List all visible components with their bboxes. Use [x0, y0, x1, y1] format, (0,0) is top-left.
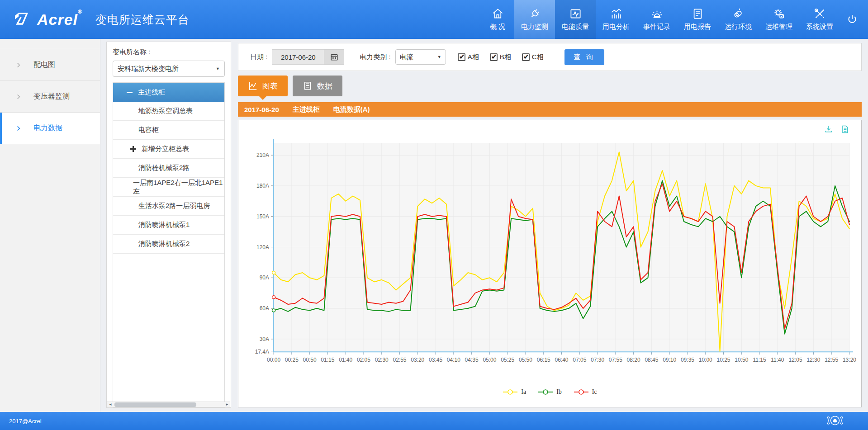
tab-chart[interactable]: 图表 [238, 76, 288, 96]
main: 配电图 变压器监测 电力数据 变电所名称 : 安科瑞新大楼变电所 [0, 39, 868, 412]
svg-text:05:00: 05:00 [483, 357, 496, 363]
svg-text:17.4A: 17.4A [255, 349, 269, 355]
banner-date: 2017-06-20 [244, 106, 279, 113]
svg-text:00:50: 00:50 [303, 357, 317, 363]
legend-item-Ic[interactable]: Ic [574, 388, 597, 396]
nav-usage-report[interactable]: 用电报告 [677, 0, 718, 39]
environment-icon [732, 8, 745, 20]
gear-icon [773, 8, 785, 20]
svg-text:90A: 90A [260, 274, 269, 281]
tree-item[interactable]: 一层南1APE2右一层北1APE1左 [113, 178, 224, 197]
power-icon [846, 14, 858, 25]
svg-text:08:20: 08:20 [627, 357, 640, 363]
chevron-right-icon [15, 125, 22, 132]
nav-label: 事件记录 [643, 23, 670, 31]
nav-overview[interactable]: 概 况 [481, 0, 514, 39]
svg-text:12:55: 12:55 [825, 357, 838, 363]
tree-item-main-incoming-cabinet[interactable]: 主进线柜 [113, 83, 224, 102]
svg-text:11:15: 11:15 [753, 357, 766, 363]
home-icon [492, 8, 504, 20]
tree-item[interactable]: 消防喷淋机械泵1 [113, 216, 224, 235]
svg-text:180A: 180A [256, 183, 269, 189]
chart-card: 00:0000:2500:5001:1501:4002:0502:3002:55… [238, 120, 862, 407]
tree-item[interactable]: 电容柜 [113, 121, 224, 140]
phase-c-checkbox[interactable]: C相 [522, 53, 544, 61]
nav-power-monitoring[interactable]: 电力监测 [514, 0, 555, 39]
nav-power-quality[interactable]: 电能质量 [555, 0, 596, 39]
phase-a-checkbox[interactable]: A相 [458, 53, 479, 61]
svg-text:60A: 60A [260, 305, 269, 312]
tree-item[interactable]: 消防喷淋机械泵2 [113, 235, 224, 254]
svg-text:08:45: 08:45 [645, 357, 658, 363]
sidebar-item-distribution-diagram[interactable]: 配电图 [0, 49, 100, 81]
station-select[interactable]: 安科瑞新大楼变电所 ▼ [113, 61, 225, 77]
nav-environment[interactable]: 运行环境 [718, 0, 759, 39]
sidebar-item-power-data[interactable]: 电力数据 [0, 113, 100, 144]
nav-system-settings[interactable]: 系统设置 [799, 0, 840, 39]
svg-text:13:20: 13:20 [843, 357, 856, 363]
sidebar: 配电图 变压器监测 电力数据 [0, 39, 100, 412]
query-toolbar: 日期 : 2017-06-20 电力类别 : 电流 ▼ [238, 43, 862, 71]
nav-label: 用电报告 [684, 23, 711, 31]
legend-item-Ia[interactable]: Ia [503, 388, 526, 396]
scroll-left-button[interactable]: ◄ [107, 402, 114, 407]
date-input[interactable]: 2017-06-20 [272, 49, 324, 65]
query-button[interactable]: 查 询 [564, 49, 604, 65]
svg-text:00:25: 00:25 [285, 357, 299, 363]
tree-item-label: 生活水泵2路一层弱电房 [138, 202, 210, 210]
sidebar-item-label: 变压器监测 [33, 92, 70, 101]
phase-b-checkbox[interactable]: B相 [490, 53, 511, 61]
legend-marker-icon [574, 389, 589, 395]
svg-text:07:05: 07:05 [573, 357, 586, 363]
sidebar-item-transformer-monitoring[interactable]: 变压器监测 [0, 81, 100, 113]
svg-text:210A: 210A [256, 152, 269, 158]
tree-item[interactable]: 地源热泵空调总表 [113, 102, 224, 121]
app-title: 变电所运维云平台 [95, 12, 190, 27]
scrollbar-thumb[interactable] [114, 402, 196, 407]
scroll-right-button[interactable]: ► [224, 402, 230, 407]
tree-item-expandable[interactable]: 新增分立柜总表 [113, 140, 224, 159]
tree-item[interactable]: 生活水泵2路一层弱电房 [113, 197, 224, 216]
svg-text:03:45: 03:45 [429, 357, 442, 363]
tree-item[interactable]: 消防栓机械泵2路 [113, 159, 224, 178]
tree-collapse-icon[interactable] [127, 92, 133, 93]
tab-data-label: 数据 [317, 81, 332, 91]
tree-item-label: 地源热泵空调总表 [138, 107, 193, 115]
device-panel: 变电所名称 : 安科瑞新大楼变电所 ▼ 主进线柜 地源热泵空调总表 电容柜 [106, 42, 231, 408]
data-view-icon[interactable] [840, 125, 849, 134]
download-icon[interactable] [824, 125, 833, 134]
brand: Acrel® 变电所运维云平台 [0, 0, 190, 39]
horizontal-scrollbar[interactable]: ◄ ► [107, 402, 230, 407]
current-line-chart[interactable]: 00:0000:2500:5001:1501:4002:0502:3002:55… [242, 136, 858, 382]
svg-text:30A: 30A [260, 336, 269, 342]
power-type-select[interactable]: 电流 ▼ [395, 49, 446, 65]
tree-item-label: 新增分立柜总表 [142, 145, 189, 153]
legend-item-Ib[interactable]: Ib [538, 388, 562, 396]
svg-text:12:30: 12:30 [806, 357, 820, 363]
calendar-button[interactable] [324, 49, 344, 65]
chevron-right-icon [15, 94, 22, 100]
svg-text:06:15: 06:15 [537, 357, 550, 363]
nav-event-log[interactable]: 事件记录 [636, 0, 677, 39]
bell-icon [827, 414, 843, 427]
notification-bell-button[interactable] [827, 414, 843, 429]
legend-marker-icon [503, 389, 518, 395]
tree-item-label: 消防喷淋机械泵2 [138, 240, 190, 248]
nav-usage-analysis[interactable]: 用电分析 [596, 0, 636, 39]
svg-text:05:50: 05:50 [519, 357, 532, 363]
calendar-icon [330, 53, 338, 61]
report-icon [692, 8, 704, 20]
tab-data[interactable]: 数据 [293, 76, 342, 96]
scrollbar-track[interactable] [114, 402, 224, 407]
tree-expand-icon[interactable] [130, 146, 136, 152]
nav-label: 运行环境 [725, 23, 752, 31]
legend-label: Ic [592, 388, 597, 396]
svg-text:02:05: 02:05 [357, 357, 370, 363]
nav-label: 运维管理 [765, 23, 792, 31]
chevron-right-icon [15, 62, 22, 68]
nav-maintenance[interactable]: 运维管理 [759, 0, 799, 39]
nav-label: 概 况 [490, 23, 505, 31]
svg-text:06:40: 06:40 [555, 357, 569, 363]
logout-button[interactable] [840, 0, 868, 39]
nav-label: 系统设置 [806, 23, 833, 31]
